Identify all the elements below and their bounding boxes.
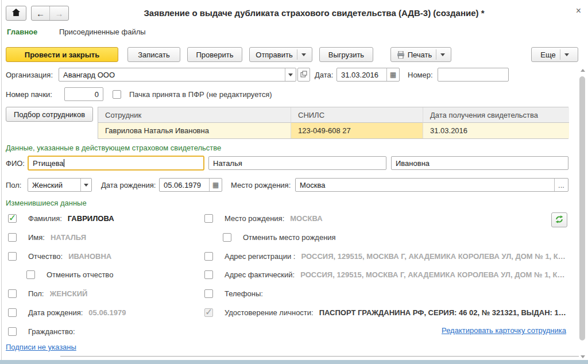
refresh-icon — [555, 215, 563, 225]
more-options-button[interactable]: ... — [554, 179, 568, 191]
save-button[interactable]: Записать — [127, 47, 180, 62]
cancel-birthplace-checkbox[interactable] — [223, 233, 231, 242]
home-button[interactable] — [6, 6, 26, 21]
cell-employee-name[interactable]: Гаврилова Наталья Ивановна — [98, 123, 291, 138]
changed-row-birthplace: Место рождения: МОСКВА — [204, 212, 544, 224]
cancel-middlename-checkbox[interactable] — [26, 270, 35, 279]
number-label: Номер: — [408, 68, 433, 82]
signatures-link[interactable]: Подписи не указаны — [6, 343, 76, 351]
scroll-down-arrow[interactable] — [581, 355, 585, 358]
identity-document-checkbox — [204, 308, 213, 317]
text-cursor — [64, 159, 64, 167]
calendar-button[interactable]: ▦ — [209, 179, 222, 191]
edit-employee-card-link[interactable]: Редактировать карточку сотрудника — [442, 326, 566, 335]
date-label: Дата: — [315, 68, 333, 82]
cell-snils[interactable]: 123-049-608 27 — [291, 123, 423, 138]
back-button[interactable]: ← — [32, 6, 50, 20]
calendar-button[interactable]: ▦ — [386, 68, 399, 81]
changed-row-citizenship: Гражданство: — [8, 326, 198, 337]
organization-field[interactable]: Авангард ООО — [59, 68, 296, 82]
calendar-icon: ▦ — [212, 181, 219, 189]
tab-attached-files[interactable]: Присоединенные файлы — [59, 28, 146, 36]
changed-row-identity-document: Удостоверение личности: ПАСПОРТ ГРАЖДАНИ… — [204, 307, 567, 318]
reg-address-checkbox[interactable] — [204, 252, 213, 261]
current-data-section-title: Данные, указанные в действующем страхово… — [6, 144, 221, 152]
history-nav: ← → — [31, 6, 69, 21]
middlename-checkbox[interactable] — [8, 252, 17, 261]
organization-label: Организация: — [6, 68, 53, 82]
firstname-checkbox[interactable] — [8, 233, 17, 242]
tab-main[interactable]: Главное — [7, 28, 37, 36]
scroll-up-arrow[interactable] — [581, 69, 585, 72]
chevron-down-icon — [84, 184, 88, 187]
printer-icon — [397, 51, 405, 59]
window-bottom-edge — [0, 360, 588, 364]
chevron-down-icon[interactable] — [564, 53, 569, 56]
batch-accepted-label: Пачка принята в ПФР (не редактируется) — [129, 90, 272, 99]
changed-row-phones: Телефоны: — [204, 288, 567, 299]
chevron-down-icon[interactable] — [301, 53, 306, 56]
changed-data-section-title: Изменившиеся данные — [6, 199, 87, 207]
changed-row-lastname: Фамилия: ГАВРИЛОВА — [8, 212, 198, 224]
last-name-field[interactable]: Ртищева — [28, 156, 204, 171]
employees-table: Сотрудник СНИЛС Дата получения свидетель… — [98, 107, 568, 139]
post-and-close-button[interactable]: Провести и закрыть — [6, 47, 118, 62]
birthplace-change-checkbox[interactable] — [204, 214, 213, 223]
open-window-icon — [300, 71, 307, 79]
export-button[interactable]: Выгрузить — [319, 47, 373, 62]
organization-dropdown[interactable] — [285, 68, 296, 81]
changed-row-birthdate: Дата рождения: 05.06.1979 — [8, 307, 198, 318]
home-icon — [12, 9, 20, 18]
more-button[interactable]: Еще — [531, 47, 578, 62]
batch-accepted-checkbox[interactable] — [113, 90, 121, 99]
batch-accepted-row: Пачка принята в ПФР (не редактируется) — [113, 88, 272, 100]
birth-place-field[interactable]: Москва ... — [295, 178, 568, 192]
gender-change-checkbox[interactable] — [8, 289, 17, 298]
column-header-employee[interactable]: Сотрудник — [98, 107, 291, 123]
check-button[interactable]: Проверить — [187, 47, 242, 62]
changed-row-reg-address: Адрес регистрации : РОССИЯ, 129515, МОСК… — [204, 250, 567, 262]
batch-number-field[interactable]: 0 — [64, 87, 103, 101]
organization-open-button[interactable] — [297, 68, 310, 82]
table-row[interactable]: Гаврилова Наталья Ивановна 123-049-608 2… — [98, 123, 568, 138]
vertical-scrollbar[interactable] — [579, 64, 586, 359]
batch-number-label: Номер пачки: — [6, 87, 52, 101]
calendar-icon: ▦ — [390, 71, 396, 79]
lastname-checkbox[interactable] — [8, 214, 17, 223]
phones-checkbox[interactable] — [204, 289, 213, 298]
number-field[interactable] — [438, 68, 509, 82]
bottom-divider — [60, 356, 579, 357]
first-name-field[interactable]: Наталья — [208, 156, 386, 170]
forward-button[interactable]: → — [50, 6, 68, 20]
gender-dropdown[interactable] — [80, 179, 91, 191]
fact-address-checkbox[interactable] — [204, 270, 213, 279]
column-header-snils[interactable]: СНИЛС — [291, 107, 423, 123]
close-icon[interactable]: × — [576, 6, 581, 16]
employees-table-header: Сотрудник СНИЛС Дата получения свидетель… — [98, 107, 568, 123]
changed-row-firstname: Имя: НАТАЛЬЯ — [8, 231, 198, 243]
changed-row-middlename: Отчество: ИВАНОВНА — [8, 250, 198, 262]
changed-row-fact-address: Адрес фактический: РОССИЯ, 129515, МОСКВ… — [204, 269, 567, 280]
send-button[interactable]: Отправить — [249, 47, 312, 62]
scrollbar-thumb[interactable] — [579, 76, 585, 340]
column-header-cert-date[interactable]: Дата получения свидетельства — [423, 107, 569, 123]
gender-label: Пол: — [6, 178, 22, 192]
print-button[interactable]: Печать — [390, 47, 451, 62]
date-field[interactable]: 31.03.2016 ▦ — [336, 68, 400, 82]
birth-date-field[interactable]: 05.06.1979 ▦ — [159, 178, 222, 192]
chevron-down-icon[interactable] — [440, 53, 445, 56]
chevron-down-icon — [288, 73, 293, 76]
middle-name-field[interactable]: Ивановна — [391, 156, 568, 170]
refresh-button[interactable] — [551, 212, 567, 227]
changed-row-cancel-middlename: Отменить отчество — [26, 269, 199, 280]
gender-select[interactable]: Женский — [28, 178, 92, 192]
birthdate-change-checkbox[interactable] — [8, 308, 17, 317]
birth-date-label: Дата рождения: — [101, 178, 156, 192]
fio-label: ФИО: — [6, 156, 25, 170]
citizenship-checkbox[interactable] — [8, 327, 17, 336]
page-title: Заявление о выдаче дубликата страхового … — [75, 8, 554, 18]
birth-place-label: Место рождения: — [231, 178, 291, 192]
cell-cert-date[interactable]: 31.03.2016 — [423, 123, 569, 138]
pick-employees-button[interactable]: Подбор сотрудников — [6, 107, 93, 122]
changed-row-gender: Пол: ЖЕНСКИЙ — [8, 288, 198, 299]
